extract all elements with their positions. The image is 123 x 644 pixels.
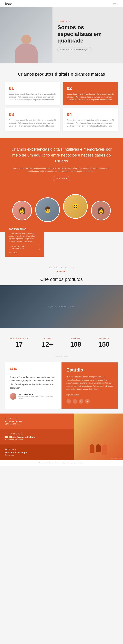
testimonial-author: Alice Mwatheru crítica de design do The … xyxy=(10,393,57,400)
works-image-label: Equipe trabalhando xyxy=(48,306,75,308)
orange-cta-button[interactable]: SAIBA MAIS xyxy=(53,176,70,181)
stat-projects-label: PROJETOS xyxy=(92,338,117,340)
hero-cta-button[interactable]: CONSULTE MAIS INFORMAÇÃO xyxy=(58,47,92,52)
stats-grid: PRÊMIOS GANHOS 17 XP ANOS 12+ CLIENTES 1… xyxy=(0,333,123,356)
card-01: 01 Suspendisse potenti duis aute irure d… xyxy=(5,82,60,105)
team-card-text: Ut quisquam duis aute irure magna conseq… xyxy=(9,232,40,243)
contact-call: 📞 CALL US +124 456 789 456 +124 456 789 … xyxy=(0,414,74,429)
page-number: Page 3 xyxy=(112,3,118,5)
stat-projects: PROJETOS 150 xyxy=(90,336,118,349)
phone-icon: 📞 xyxy=(5,418,7,419)
person-head xyxy=(21,34,31,44)
team-photo-2: 👨 xyxy=(35,197,60,222)
contact-call-label: 📞 CALL US xyxy=(5,418,69,419)
hero-label: SOBRE NÓS xyxy=(58,20,118,22)
author-avatar xyxy=(10,393,16,400)
card-04: 04 Suspendisse potenti duis aute irure d… xyxy=(63,108,118,132)
social-icons: f t in ▶ xyxy=(66,399,113,404)
team-photo-4-placeholder: 👩 xyxy=(92,201,110,220)
hero-image xyxy=(0,8,53,64)
card-03: 03 Suspendisse potenti duis aute irure d… xyxy=(5,108,60,132)
contact-location-value: 1234 North Avenue Luke Lane xyxy=(5,436,69,438)
studio-card: Estúdio REM torial id dolper laoreet dol… xyxy=(62,362,118,408)
team-card-link[interactable]: Ver a equipa xyxy=(9,252,40,254)
card-04-num: 04 xyxy=(67,112,114,117)
wave-icon: 〜〜〜 xyxy=(5,270,118,274)
team-photo-2-placeholder: 👨 xyxy=(36,198,59,222)
testimonial-text: O design é uma das forças mais poderosas… xyxy=(10,375,57,390)
social-facebook[interactable]: f xyxy=(66,399,71,404)
card-02-num: 02 xyxy=(67,86,114,91)
social-twitter[interactable]: t xyxy=(73,399,77,404)
stat-years-num: 12+ xyxy=(35,341,60,348)
hero-section: SOBRE NÓS Somos os especialistas em qual… xyxy=(0,8,123,64)
stat-projects-num: 150 xyxy=(92,341,117,348)
bottle-1 xyxy=(90,444,94,454)
contact-call-sub: +124 456 789 456 xyxy=(5,423,69,425)
hero-image-placeholder xyxy=(0,8,53,64)
stat-clients: CLIENTES 108 xyxy=(62,336,90,349)
card-02-text: Suspendisse potenti duis aute irure dolo… xyxy=(67,92,114,101)
team-section: 👩 👨 😊 👩 Nosso time Ut quisquam duis aute… xyxy=(0,189,123,258)
works-section: NOSSOS TRABALHOS 〜〜〜 Crie ótimos produto… xyxy=(0,258,123,285)
works-title: Crie ótimos produtos xyxy=(5,277,118,282)
stat-years: XP ANOS 12+ xyxy=(33,336,62,349)
contact-left: 📞 CALL US +124 456 789 456 +124 456 789 … xyxy=(0,414,74,460)
contact-bottles xyxy=(90,444,107,455)
dual-section: ❝❝ O design é uma das forças mais podero… xyxy=(0,362,123,414)
orange-body: Duis aute irure dolor in reprehenderit i… xyxy=(10,167,113,173)
contact-hours-sub: Sun: closed xyxy=(5,454,69,456)
team-card-button[interactable]: CONSULTE MAIS INFORMAÇÕES xyxy=(9,245,40,250)
testimonial-card: ❝❝ O design é uma das forças mais podero… xyxy=(5,362,62,408)
section2-title-block: Criamos produtos digitais e grandes marc… xyxy=(0,64,123,82)
card-03-num: 03 xyxy=(9,112,56,117)
footer: Template text. Click to select the text … xyxy=(0,460,123,466)
contact-person-image: Imagem de Freepik xyxy=(74,414,123,460)
cards-grid: 01 Suspendisse potenti duis aute irure d… xyxy=(0,82,123,138)
header: logo Page 3 xyxy=(0,0,123,8)
works-label: NOSSOS TRABALHOS xyxy=(5,266,118,268)
orange-cta-section: Criamos experiências digitais intuitivas… xyxy=(0,138,123,189)
studio-link[interactable]: Fique em contato xyxy=(66,394,113,396)
team-photo-3-placeholder: 😊 xyxy=(64,195,87,218)
footer-text: Template text. Click to select the text … xyxy=(39,462,84,464)
team-card: Nosso time Ut quisquam duis aute irure m… xyxy=(5,224,44,257)
social-linkedin[interactable]: in xyxy=(79,399,83,404)
team-photo-4: 👩 xyxy=(91,201,111,220)
contact-hours: 🕐 HORAS Mon–Sat: 9 am – 6 pm Sun: closed xyxy=(0,444,74,460)
hero-person-placeholder xyxy=(0,8,53,64)
team-card-title: Nosso time xyxy=(9,227,40,231)
stat-clients-label: CLIENTES xyxy=(63,338,88,340)
bottle-2 xyxy=(96,444,101,452)
author-name: Alice Mwatheru xyxy=(18,394,57,396)
contact-location-label: 📍 LOCALIZAÇÃO xyxy=(5,433,69,435)
studio-title: Estúdio xyxy=(66,368,113,373)
card-01-num: 01 xyxy=(9,86,56,91)
stat-awards-label: PRÊMIOS GANHOS xyxy=(6,338,32,340)
section2-title: Criamos produtos digitais e grandes marc… xyxy=(5,72,118,77)
hero-title: Somos os especialistas em qualidade xyxy=(58,24,118,44)
contact-hours-value: Mon–Sat: 9 am – 6 pm xyxy=(5,451,69,454)
clock-icon: 🕐 xyxy=(5,448,7,450)
orange-title: Criamos experiências digitais intuitivas… xyxy=(10,146,113,164)
team-photo-1-placeholder: 👩 xyxy=(13,201,31,220)
card-03-text: Suspendisse potenti duis aute irure dolo… xyxy=(9,119,56,128)
team-photo-3: 😊 xyxy=(63,194,88,219)
bottle-3 xyxy=(102,444,107,455)
team-photo-1: 👩 xyxy=(12,201,32,220)
contact-hours-label: 🕐 HORAS xyxy=(5,448,69,450)
person-body xyxy=(15,44,38,64)
contact-right: Imagem de Freepik xyxy=(74,414,123,460)
works-image-overlay: Equipe trabalhando xyxy=(0,285,123,328)
social-youtube[interactable]: ▶ xyxy=(85,399,90,404)
author-info: Alice Mwatheru crítica de design do The … xyxy=(18,394,57,399)
location-icon: 📍 xyxy=(5,433,7,435)
works-image-credit: Imagem de Freepik xyxy=(0,356,123,358)
contact-location-sub: South Bend, IN 360001 xyxy=(5,438,69,440)
hero-content: SOBRE NÓS Somos os especialistas em qual… xyxy=(53,8,123,64)
stat-awards-num: 17 xyxy=(6,341,32,348)
card-02: 02 Suspendisse potenti duis aute irure d… xyxy=(63,82,118,105)
works-image: Equipe trabalhando xyxy=(0,285,123,328)
stat-clients-num: 108 xyxy=(63,341,88,348)
logo: logo xyxy=(5,2,12,6)
